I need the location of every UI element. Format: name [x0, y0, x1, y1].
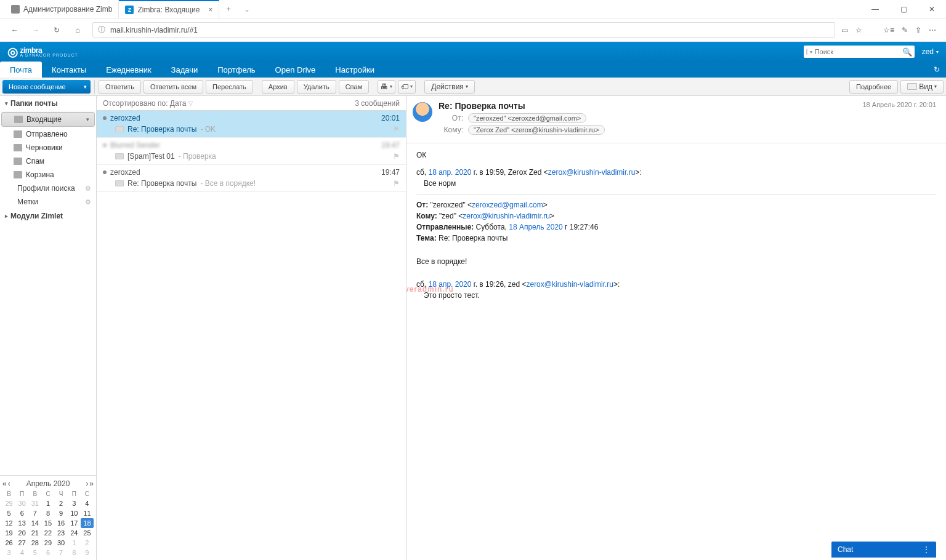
window-minimize[interactable]: —: [861, 0, 889, 18]
archive-button[interactable]: Архив: [262, 80, 294, 94]
tag-menu[interactable]: 🏷▾: [398, 80, 416, 94]
cal-day[interactable]: 14: [28, 518, 41, 528]
notes-icon[interactable]: ✎: [902, 26, 908, 34]
cal-day[interactable]: 16: [55, 518, 68, 528]
folders-header[interactable]: ▾Папки почты: [0, 96, 96, 111]
tab-chevron-icon[interactable]: ⌄: [238, 0, 256, 18]
cal-day[interactable]: 19: [2, 528, 15, 538]
tab-briefcase[interactable]: Портфель: [208, 62, 265, 78]
cal-day[interactable]: 15: [41, 518, 54, 528]
favorite-icon[interactable]: ☆: [855, 26, 862, 34]
cal-day[interactable]: 4: [81, 498, 94, 508]
cal-prev-month[interactable]: ‹: [8, 479, 10, 488]
cal-day[interactable]: 30: [15, 498, 28, 508]
sort-menu[interactable]: Отсортировано по: Дата ▽: [103, 99, 193, 108]
spam-button[interactable]: Спам: [339, 80, 370, 94]
cal-day[interactable]: 8: [41, 508, 54, 518]
cal-day[interactable]: 3: [2, 548, 15, 558]
search-profiles[interactable]: Профили поиска⚙: [0, 182, 96, 195]
view-menu[interactable]: Вид ▾: [900, 80, 944, 94]
nav-back-icon[interactable]: ←: [9, 26, 21, 34]
from-pill[interactable]: "zeroxzed" <zeroxzed@gmail.com>: [468, 113, 586, 123]
cal-day[interactable]: 2: [81, 538, 94, 548]
cal-next-month[interactable]: ›: [86, 479, 88, 488]
cal-day[interactable]: 11: [81, 508, 94, 518]
reply-button[interactable]: Ответить: [99, 80, 141, 94]
actions-menu[interactable]: Действия ▾: [424, 80, 475, 94]
tab-contacts[interactable]: Контакты: [42, 62, 96, 78]
chevron-down-icon[interactable]: ▾: [86, 116, 89, 122]
browser-tab-admin[interactable]: Администрирование Zimb: [5, 0, 119, 18]
gear-icon[interactable]: ⚙: [85, 198, 91, 206]
search-input[interactable]: [815, 48, 900, 55]
window-maximize[interactable]: ▢: [889, 0, 918, 18]
folder-Корзина[interactable]: Корзина: [0, 168, 96, 182]
cal-day[interactable]: 18: [81, 518, 94, 528]
cal-day[interactable]: 21: [28, 528, 41, 538]
user-menu[interactable]: zed ▾: [922, 47, 939, 56]
nav-refresh-icon[interactable]: ↻: [51, 26, 63, 34]
share-icon[interactable]: ⇪: [915, 26, 921, 34]
folder-Отправлено[interactable]: Отправлено: [0, 127, 96, 141]
app-refresh-icon[interactable]: ↻: [928, 62, 946, 78]
tab-tasks[interactable]: Задачи: [161, 62, 208, 78]
nav-home-icon[interactable]: ⌂: [71, 26, 84, 34]
flag-icon[interactable]: ⚑: [393, 179, 400, 188]
cal-day[interactable]: 24: [68, 528, 81, 538]
cal-day[interactable]: 2: [55, 498, 68, 508]
chat-menu-icon[interactable]: ⋮: [923, 545, 930, 554]
forward-button[interactable]: Переслать: [206, 80, 253, 94]
zimlets-header[interactable]: ▸Модули Zimlet: [0, 209, 96, 223]
cal-day[interactable]: 9: [55, 508, 68, 518]
flag-icon[interactable]: ⚑: [393, 152, 400, 161]
cal-day[interactable]: 22: [41, 528, 54, 538]
favorites-hub-icon[interactable]: ☆≡: [883, 26, 894, 34]
more-icon[interactable]: ⋯: [929, 26, 936, 34]
to-pill[interactable]: "Zerox Zed" <zerox@kirushin-vladimir.ru>: [468, 125, 605, 135]
cal-day[interactable]: 31: [28, 498, 41, 508]
cal-day[interactable]: 10: [68, 508, 81, 518]
cal-title[interactable]: Апрель 2020: [26, 479, 70, 488]
reply-all-button[interactable]: Ответить всем: [144, 80, 203, 94]
cal-day[interactable]: 1: [68, 538, 81, 548]
flag-icon[interactable]: ⚑: [393, 125, 400, 134]
folder-Входящие[interactable]: Входящие▾: [1, 112, 95, 127]
cal-day[interactable]: 3: [68, 498, 81, 508]
cal-day[interactable]: 13: [15, 518, 28, 528]
browser-tab-zimbra[interactable]: Z Zimbra: Входящие ×: [119, 0, 219, 18]
tab-close-icon[interactable]: ×: [208, 6, 212, 14]
cal-day[interactable]: 4: [15, 548, 28, 558]
cal-day[interactable]: 20: [15, 528, 28, 538]
url-field[interactable]: ⓘ mail.kirushin-vladimir.ru/#1: [92, 22, 835, 38]
cal-day[interactable]: 28: [28, 538, 41, 548]
search-box[interactable]: ▾ 🔍: [804, 46, 915, 58]
site-info-icon[interactable]: ⓘ: [98, 25, 105, 35]
cal-prev-year[interactable]: «: [2, 479, 7, 488]
cal-day[interactable]: 5: [28, 548, 41, 558]
tab-calendar[interactable]: Ежедневник: [96, 62, 161, 78]
reading-view-icon[interactable]: ▭: [841, 26, 848, 34]
tab-mail[interactable]: Почта: [0, 62, 42, 78]
chat-bar[interactable]: Chat ⋮: [831, 542, 936, 558]
tags-section[interactable]: Метки⚙: [0, 195, 96, 209]
tab-opendrive[interactable]: Open Drive: [265, 62, 326, 78]
cal-day[interactable]: 7: [28, 508, 41, 518]
nav-forward-icon[interactable]: →: [30, 26, 42, 34]
delete-button[interactable]: Удалить: [297, 80, 336, 94]
mail-scope-icon[interactable]: [806, 49, 807, 55]
gear-icon[interactable]: ⚙: [85, 185, 91, 193]
message-item[interactable]: Blurred Sender19:47[Spam]Test 01 - Прове…: [97, 138, 406, 165]
cal-day[interactable]: 17: [68, 518, 81, 528]
folder-Спам[interactable]: Спам: [0, 154, 96, 168]
cal-day[interactable]: 25: [81, 528, 94, 538]
cal-day[interactable]: 6: [15, 508, 28, 518]
cal-day[interactable]: 29: [2, 498, 15, 508]
cal-day[interactable]: 5: [2, 508, 15, 518]
cal-day[interactable]: 9: [81, 548, 94, 558]
print-menu[interactable]: 🖶▾: [378, 80, 395, 94]
cal-day[interactable]: 29: [41, 538, 54, 548]
cal-next-year[interactable]: »: [89, 479, 94, 488]
search-icon[interactable]: 🔍: [902, 47, 912, 57]
cal-day[interactable]: 23: [55, 528, 68, 538]
compose-button[interactable]: Новое сообщение: [2, 80, 91, 94]
